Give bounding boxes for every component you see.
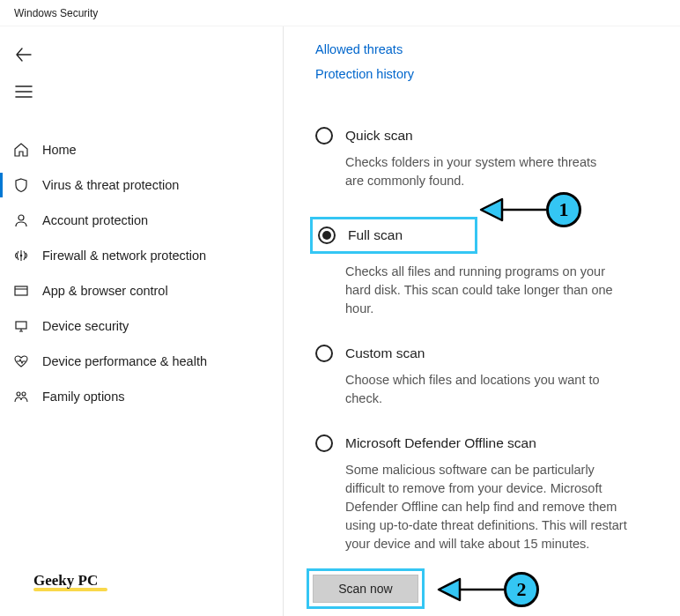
nav-label: Device performance & health: [42, 354, 207, 368]
radio-quick-scan[interactable]: [315, 127, 333, 145]
link-allowed-threats[interactable]: Allowed threats: [315, 42, 648, 56]
windows-security-window: Windows Security: [0, 0, 680, 616]
sidebar-item-virus-threat[interactable]: Virus & threat protection: [0, 167, 283, 203]
device-security-icon: [12, 317, 30, 335]
option-desc: Choose which files and locations you wan…: [345, 371, 618, 408]
option-label: Full scan: [348, 227, 403, 243]
shield-icon: [12, 176, 30, 194]
nav-list: Home Virus & threat protection Account p…: [0, 132, 283, 414]
option-label: Quick scan: [345, 128, 413, 144]
back-arrow-icon: [15, 46, 33, 63]
body: Home Virus & threat protection Account p…: [0, 26, 680, 616]
sidebar-item-firewall[interactable]: Firewall & network protection: [0, 238, 283, 273]
sidebar-item-device-security[interactable]: Device security: [0, 308, 283, 344]
family-icon: [12, 388, 30, 405]
option-desc: Some malicious software can be particula…: [345, 461, 627, 553]
scan-options: Quick scan Checks folders in your system…: [315, 127, 648, 553]
nav-label: Family options: [42, 390, 124, 404]
app-browser-icon: [12, 282, 30, 300]
sidebar-item-app-browser[interactable]: App & browser control: [0, 273, 283, 308]
sidebar-item-device-performance[interactable]: Device performance & health: [0, 344, 283, 379]
radio-offline-scan[interactable]: [315, 434, 333, 452]
nav-label: Virus & threat protection: [42, 178, 179, 192]
svg-rect-3: [16, 322, 26, 329]
radio-custom-scan[interactable]: [315, 345, 333, 362]
svg-point-0: [18, 215, 24, 220]
nav-label: Device security: [42, 319, 129, 333]
sidebar-item-family[interactable]: Family options: [0, 379, 283, 414]
svg-rect-2: [15, 286, 27, 295]
sidebar-item-account[interactable]: Account protection: [0, 203, 283, 238]
link-protection-history[interactable]: Protection history: [315, 67, 648, 81]
svg-point-1: [20, 255, 23, 257]
radio-full-scan[interactable]: [318, 226, 336, 244]
nav-label: Account protection: [42, 213, 148, 227]
option-desc: Checks folders in your system where thre…: [345, 153, 618, 190]
sidebar: Home Virus & threat protection Account p…: [0, 26, 284, 616]
svg-point-5: [22, 392, 26, 396]
sidebar-top: [0, 26, 283, 111]
titlebar: Windows Security: [0, 0, 680, 26]
person-icon: [12, 212, 30, 229]
hamburger-button[interactable]: [12, 76, 44, 108]
nav-label: Firewall & network protection: [42, 249, 206, 263]
home-icon: [12, 141, 30, 159]
option-custom-scan[interactable]: Custom scan Choose which files and locat…: [315, 345, 648, 408]
highlight-box-full-scan: Full scan: [310, 217, 477, 254]
watermark-text: Geeky PC: [33, 572, 98, 589]
heart-icon: [12, 353, 30, 370]
highlight-box-scan-now: Scan now: [307, 568, 425, 609]
option-quick-scan[interactable]: Quick scan Checks folders in your system…: [315, 127, 648, 190]
option-label: Microsoft Defender Offline scan: [345, 435, 536, 451]
svg-point-4: [17, 392, 20, 396]
window-title: Windows Security: [14, 7, 98, 19]
option-desc: Checks all files and running programs on…: [345, 263, 618, 318]
option-label: Custom scan: [345, 345, 425, 361]
back-button[interactable]: [12, 39, 44, 71]
nav-label: App & browser control: [42, 284, 168, 298]
option-full-scan[interactable]: Full scan Checks all files and running p…: [315, 217, 648, 318]
hamburger-icon: [15, 85, 33, 99]
sidebar-item-home[interactable]: Home: [0, 132, 283, 167]
nav-label: Home: [42, 143, 77, 157]
watermark: Geeky PC: [33, 572, 107, 591]
option-offline-scan[interactable]: Microsoft Defender Offline scan Some mal…: [315, 434, 648, 553]
scan-now-button[interactable]: Scan now: [313, 575, 418, 603]
content: Allowed threats Protection history Quick…: [284, 26, 680, 616]
network-icon: [12, 247, 30, 264]
